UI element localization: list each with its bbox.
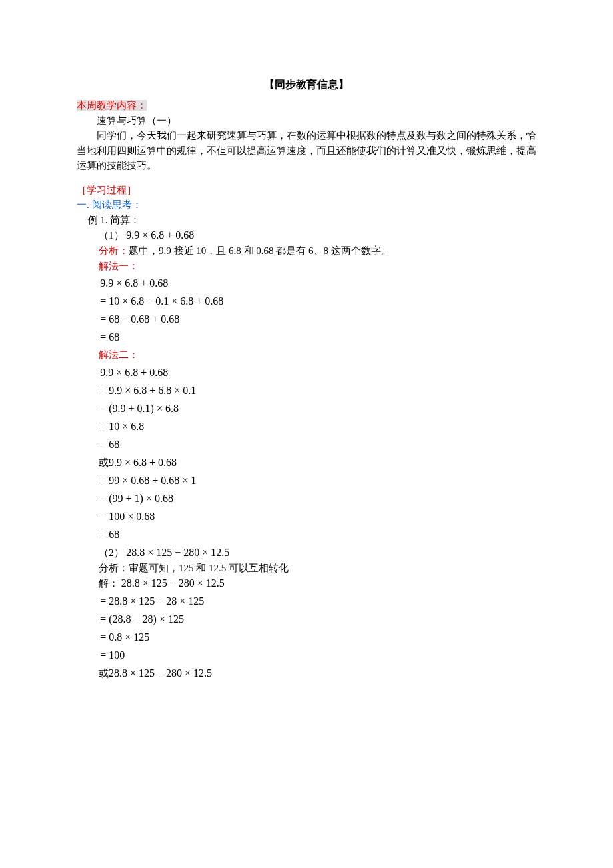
solve-line: 解： 28.8 × 125 − 280 × 12.5: [77, 575, 536, 591]
process-label: ［学习过程］: [77, 183, 536, 198]
m2b-line-4: = 100 × 0.68: [77, 509, 536, 525]
solve-label: 解：: [99, 578, 119, 589]
method-1-label: 解法一：: [77, 259, 536, 274]
content-label: 本周教学内容：: [77, 100, 147, 111]
subproblem-1: （1） 9.9 × 6.8 + 0.68: [77, 227, 536, 243]
subproblem-2-expression: 28.8 × 125 − 280 × 12.5: [126, 547, 229, 558]
or-label-2: 或: [99, 668, 109, 679]
m2b-line-1: 9.9 × 6.8 + 0.68: [109, 457, 177, 468]
or-label-1: 或: [99, 457, 109, 468]
s2-line-3: = 0.8 × 125: [77, 629, 536, 645]
method-2-label: 解法二：: [77, 347, 536, 363]
example-1-label: 例 1. 简算：: [77, 213, 536, 228]
m2-line-1: 9.9 × 6.8 + 0.68: [77, 365, 536, 381]
m2b-line-2: = 99 × 0.68 + 0.68 × 1: [77, 473, 536, 489]
topic-line: 速算与巧算（一）: [77, 113, 536, 129]
m2-line-2: = 9.9 × 6.8 + 6.8 × 0.1: [77, 383, 536, 399]
m2b-line-3: = (99 + 1) × 0.68: [77, 491, 536, 507]
analysis-1-text: 题中，9.9 接近 10，且 6.8 和 0.68 都是有 6、8 这两个数字。: [129, 245, 391, 256]
intro-paragraph: 同学们，今天我们一起来研究速算与巧算，在数的运算中根据数的特点及数与数之间的特殊…: [77, 128, 536, 173]
or-line-1: 或9.9 × 6.8 + 0.68: [77, 455, 536, 471]
m1-line-4: = 68: [77, 329, 536, 345]
subproblem-1-label: （1）: [99, 230, 124, 241]
s2b-line-1: 28.8 × 125 − 280 × 12.5: [109, 667, 212, 679]
subproblem-2: （2） 28.8 × 125 − 280 × 12.5: [77, 545, 536, 561]
m2-line-4: = 10 × 6.8: [77, 419, 536, 435]
m2b-line-5: = 68: [77, 527, 536, 543]
section-a-heading: 一. 阅读思考：: [77, 197, 536, 213]
analysis-1-line: 分析：题中，9.9 接近 10，且 6.8 和 0.68 都是有 6、8 这两个…: [77, 243, 536, 259]
or-line-2: 或28.8 × 125 − 280 × 12.5: [77, 665, 536, 681]
analysis-label: 分析：: [99, 245, 129, 256]
m1-line-1: 9.9 × 6.8 + 0.68: [77, 275, 536, 291]
s2-line-1: = 28.8 × 125 − 28 × 125: [77, 593, 536, 609]
document-page: 【同步教育信息】 本周教学内容： 速算与巧算（一） 同学们，今天我们一起来研究速…: [0, 0, 613, 721]
m1-line-2: = 10 × 6.8 − 0.1 × 6.8 + 0.68: [77, 293, 536, 309]
m2-line-5: = 68: [77, 437, 536, 453]
content-label-line: 本周教学内容：: [77, 98, 536, 113]
analysis-2-line: 分析：审题可知，125 和 12.5 可以互相转化: [77, 561, 536, 576]
solve-expression: 28.8 × 125 − 280 × 12.5: [121, 577, 225, 589]
page-title: 【同步教育信息】: [77, 77, 536, 93]
m1-line-3: = 68 − 0.68 + 0.68: [77, 311, 536, 327]
subproblem-2-label: （2）: [99, 547, 124, 558]
m2-line-3: = (9.9 + 0.1) × 6.8: [77, 401, 536, 417]
subproblem-1-expression: 9.9 × 6.8 + 0.68: [126, 229, 194, 241]
s2-line-4: = 100: [77, 647, 536, 663]
s2-line-2: = (28.8 − 28) × 125: [77, 611, 536, 627]
